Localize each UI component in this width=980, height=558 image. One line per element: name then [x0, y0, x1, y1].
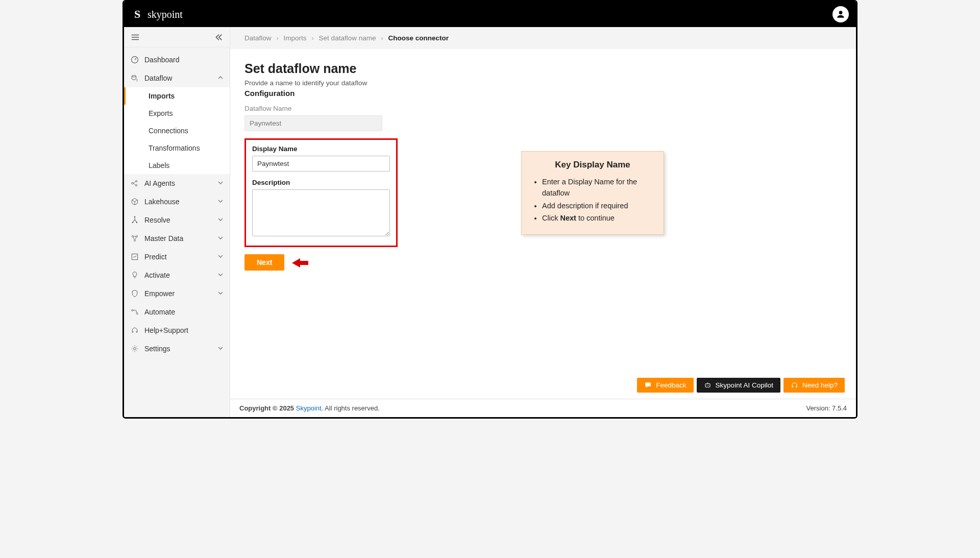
sidebar-item-help-support[interactable]: Help+Support: [124, 321, 230, 339]
sidebar-item-automate[interactable]: Automate: [124, 303, 230, 321]
breadcrumb-current: Choose connector: [388, 34, 449, 42]
callout-title: Key Display Name: [531, 160, 654, 170]
footer-version: Version: 7.5.4: [806, 404, 847, 412]
sidebar-item-resolve[interactable]: Resolve: [124, 211, 230, 229]
section-heading: Configuration: [244, 89, 842, 98]
chevron-down-icon: [217, 253, 224, 261]
chevron-right-icon: ›: [276, 34, 279, 42]
svg-point-4: [136, 180, 137, 182]
highlight-box: Display Name Description: [244, 138, 398, 247]
callout-box: Key Display Name Enter a Display Name fo…: [521, 151, 664, 235]
svg-point-17: [706, 385, 707, 386]
svg-point-5: [136, 184, 137, 186]
svg-point-6: [134, 216, 135, 217]
sidebar-item-master-data[interactable]: Master Data: [124, 229, 230, 248]
sidebar-item-lakehouse[interactable]: Lakehouse: [124, 192, 230, 211]
sidebar-item-predict[interactable]: Predict: [124, 248, 230, 266]
svg-point-14: [136, 313, 138, 314]
svg-point-3: [132, 182, 133, 184]
body: Dashboard Dataflow Imports Exports Conne…: [124, 27, 856, 417]
callout-item: Enter a Display Name for the dataflow: [542, 176, 654, 199]
sidebar-item-label: Lakehouse: [144, 198, 180, 206]
feedback-button[interactable]: Feedback: [637, 378, 693, 393]
brand-logo-icon: S: [131, 7, 143, 21]
sidebar-item-exports[interactable]: Exports: [124, 105, 230, 122]
sidebar-item-transformations[interactable]: Transformations: [124, 139, 230, 157]
sidebar-item-imports[interactable]: Imports: [124, 87, 230, 105]
sidebar-item-label: Settings: [144, 345, 170, 353]
nodes-icon: [130, 179, 139, 188]
breadcrumb-item[interactable]: Set dataflow name: [319, 34, 376, 42]
sidebar-item-label: Help+Support: [144, 326, 188, 334]
brand[interactable]: S skypoint: [131, 7, 183, 21]
page-subhead: Provide a name to identify your dataflow: [244, 79, 842, 87]
chat-icon: [644, 381, 652, 389]
database-arrow-icon: [130, 74, 139, 83]
shield-icon: [130, 289, 139, 298]
content: Set dataflow name Provide a name to iden…: [230, 49, 856, 399]
callout-list: Enter a Display Name for the dataflow Ad…: [531, 176, 654, 224]
callout-item: Add description if required: [542, 200, 654, 211]
chevron-down-icon: [217, 198, 224, 206]
chevron-down-icon: [217, 345, 224, 353]
hamburger-icon[interactable]: [130, 32, 140, 42]
chevron-down-icon: [217, 216, 224, 224]
copilot-button[interactable]: Skypoint AI Copilot: [697, 378, 780, 393]
sidebar-item-empower[interactable]: Empower: [124, 284, 230, 303]
sidebar-item-dataflow[interactable]: Dataflow: [124, 69, 230, 87]
cube-icon: [130, 197, 139, 206]
sidebar-item-label: AI Agents: [144, 179, 175, 187]
pill-label: Feedback: [656, 381, 686, 389]
footer-copyright: Copyright © 2025 Skypoint. All rights re…: [239, 404, 380, 412]
chevron-up-icon: [217, 74, 224, 82]
gauge-icon: [130, 55, 139, 64]
action-bar: Feedback Skypoint AI Copilot Need help?: [637, 378, 845, 393]
svg-point-15: [134, 348, 136, 350]
gear-icon: [130, 344, 139, 353]
chevron-down-icon: [217, 234, 224, 242]
description-textarea[interactable]: [252, 189, 390, 236]
sidebar-item-dashboard[interactable]: Dashboard: [124, 51, 230, 69]
bot-icon: [704, 381, 712, 389]
arrow-left-icon: [292, 257, 308, 269]
next-button[interactable]: Next: [244, 254, 284, 271]
dataflow-name-label: Dataflow Name: [244, 105, 842, 112]
avatar[interactable]: [832, 6, 849, 22]
sidebar-item-ai-agents[interactable]: AI Agents: [124, 174, 230, 192]
sidebar-item-activate[interactable]: Activate: [124, 266, 230, 284]
sidebar-top: [124, 27, 230, 47]
dataflow-subitems: Imports Exports Connections Transformati…: [124, 87, 230, 174]
breadcrumb-item[interactable]: Imports: [284, 34, 307, 42]
display-name-input[interactable]: [252, 156, 390, 172]
sidebar-item-label: Labels: [149, 161, 169, 169]
svg-point-11: [134, 239, 135, 241]
footer-text: . All rights reserved.: [322, 404, 380, 412]
sidebar-item-label: Exports: [149, 109, 173, 117]
topbar: S skypoint: [124, 2, 856, 27]
app-frame: S skypoint Dashboar: [122, 0, 857, 419]
svg-point-13: [132, 309, 133, 311]
footer-brand-link[interactable]: Skypoint: [296, 404, 322, 412]
svg-point-8: [136, 222, 137, 223]
svg-rect-16: [705, 384, 710, 387]
breadcrumb: Dataflow › Imports › Set dataflow name ›…: [230, 27, 856, 49]
sidebar-item-label: Master Data: [144, 234, 183, 242]
sidebar-item-label: Predict: [144, 253, 167, 261]
sidebar-item-labels[interactable]: Labels: [124, 157, 230, 174]
footer: Copyright © 2025 Skypoint. All rights re…: [230, 399, 856, 417]
sidebar: Dashboard Dataflow Imports Exports Conne…: [124, 27, 230, 417]
headset-icon: [130, 326, 139, 335]
chevron-down-icon: [217, 289, 224, 298]
main: Dataflow › Imports › Set dataflow name ›…: [230, 27, 856, 417]
sidebar-item-label: Dashboard: [144, 56, 180, 64]
pill-label: Need help?: [802, 381, 838, 389]
sidebar-item-label: Imports: [149, 92, 175, 100]
pill-label: Skypoint AI Copilot: [716, 381, 773, 389]
sidebar-item-connections[interactable]: Connections: [124, 122, 230, 139]
description-label: Description: [252, 179, 390, 186]
sidebar-item-settings[interactable]: Settings: [124, 339, 230, 358]
need-help-button[interactable]: Need help?: [783, 378, 845, 393]
breadcrumb-item[interactable]: Dataflow: [244, 34, 272, 42]
collapse-sidebar-icon[interactable]: [213, 32, 224, 42]
callout-bold: Next: [560, 214, 576, 222]
